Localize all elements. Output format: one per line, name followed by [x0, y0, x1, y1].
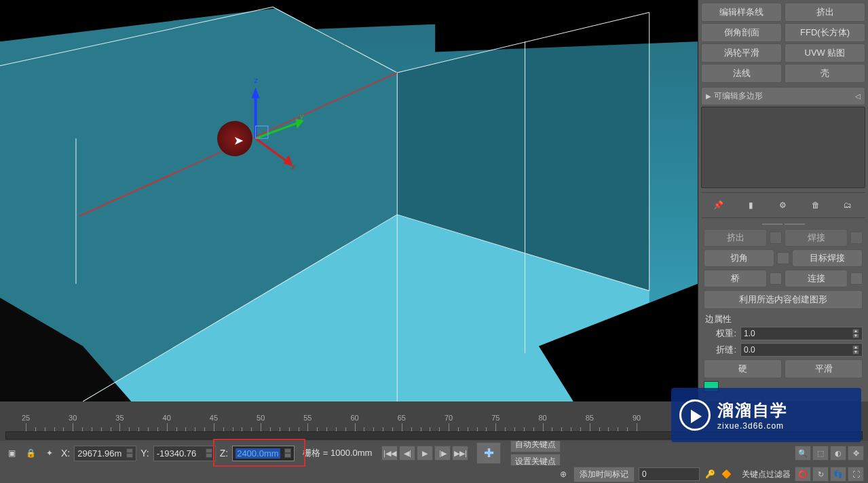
extrude-settings-button[interactable] — [770, 232, 782, 244]
x-coord-input[interactable]: 29671.96m — [74, 446, 136, 461]
pin-stack-icon[interactable]: 📌 — [711, 197, 727, 213]
gizmo-x-label: x — [292, 162, 296, 171]
modifier-stack-item[interactable]: ▶ 可编辑多边形 ◁ — [701, 87, 865, 105]
key-filter-label: 关键点过滤器 — [742, 469, 791, 480]
bridge-button[interactable]: 桥 — [704, 270, 767, 287]
y-label: Y: — [140, 448, 149, 459]
mouse-cursor-icon: ➤ — [233, 133, 244, 148]
y-value: -19340.76 — [157, 448, 197, 459]
timeline-tick-label: 85 — [586, 414, 594, 422]
playback-controls: |◀◀ ◀| ▶ |▶ ▶▶| — [381, 446, 468, 461]
weld-button[interactable]: 焊接 — [785, 229, 848, 247]
gizmo-z-label: z — [254, 76, 259, 84]
watermark-overlay: 溜溜自学 zixue.3d66.com — [671, 388, 861, 442]
grid-label: 栅格 = 1000.0mm — [303, 447, 372, 459]
expand-arrow-icon: ▶ — [706, 92, 711, 100]
bridge-settings-button[interactable] — [770, 272, 782, 285]
status-bar: ▣ 🔒 ✦ X: 29671.96m Y: -19340.76 Z: 2400.… — [0, 441, 868, 465]
timeline-tick-label: 60 — [350, 414, 358, 422]
watermark-title: 溜溜自学 — [717, 399, 788, 421]
frame-value: 0 — [642, 469, 647, 479]
configure-sets-icon[interactable]: 🗂 — [839, 197, 856, 213]
viewport-nav-icons: 🔍 ⬚ ◐ ✥ — [795, 446, 864, 461]
modifier-ffd-box[interactable]: FFD(长方体) — [785, 23, 865, 42]
chamfer-button[interactable]: 切角 — [704, 249, 774, 267]
goto-start-button[interactable]: |◀◀ — [381, 446, 398, 461]
x-value: 29671.96m — [77, 448, 121, 459]
timeline-tick-label: 35 — [115, 414, 124, 422]
stack-current-label: 可编辑多边形 — [714, 90, 763, 102]
timeline-tick-label: 55 — [303, 414, 312, 422]
goto-end-button[interactable]: ▶▶| — [452, 446, 468, 461]
nav-zoom-all-icon[interactable]: ⬚ — [812, 446, 829, 461]
show-end-result-icon[interactable]: ▮ — [742, 197, 759, 213]
timeline-tick-label: 65 — [398, 414, 406, 422]
viewport[interactable]: z y x ➤ — [0, 0, 698, 401]
connect-settings-button[interactable] — [850, 272, 863, 285]
modifier-uvw-map[interactable]: UVW 贴图 — [785, 43, 865, 62]
nav-pan-icon[interactable]: ✥ — [848, 446, 864, 461]
nav-orbit-icon[interactable]: ⭕ — [795, 467, 811, 482]
modifier-normal[interactable]: 法线 — [701, 64, 782, 83]
collapse-arrow-icon: ◁ — [855, 92, 861, 100]
edge-properties-label: 边属性 — [705, 313, 863, 325]
svg-marker-4 — [435, 0, 698, 52]
next-frame-button[interactable]: |▶ — [434, 446, 451, 461]
weight-label: 权重: — [704, 327, 736, 340]
modifier-buttons: 编辑样条线 挤出 倒角剖面 FFD(长方体) 涡轮平滑 UVW 贴图 法线 壳 — [701, 3, 865, 83]
rollout-drag-handle[interactable] — [704, 222, 863, 226]
nav-zoom-icon[interactable]: 🔍 — [795, 446, 811, 461]
modifier-extrude[interactable]: 挤出 — [785, 3, 865, 22]
remove-modifier-icon[interactable]: 🗑 — [808, 197, 824, 213]
play-button[interactable]: ▶ — [417, 446, 433, 461]
modifier-stack-list[interactable] — [701, 107, 865, 188]
timeline-tick-label: 30 — [69, 414, 77, 422]
timeline-tick-label: 50 — [257, 414, 265, 422]
command-panel: 编辑样条线 挤出 倒角剖面 FFD(长方体) 涡轮平滑 UVW 贴图 法线 壳 … — [698, 0, 868, 401]
chamfer-settings-button[interactable] — [777, 252, 789, 264]
tag-add-icon[interactable]: ⊕ — [557, 468, 569, 480]
watermark-url: zixue.3d66.com — [717, 421, 788, 431]
weld-settings-button[interactable] — [850, 232, 863, 244]
make-unique-icon[interactable]: ⚙ — [775, 197, 791, 213]
hard-button[interactable]: 硬 — [704, 359, 782, 378]
weight-spinner[interactable]: 1.0 ▲▼ — [740, 327, 863, 340]
edit-edges-rollout: 挤出 焊接 切角 目标焊接 桥 连接 利用所选内容创建图形 边属性 — [701, 219, 865, 395]
transform-center-icon[interactable]: ✦ — [42, 446, 57, 461]
nav-roll-icon[interactable]: ↻ — [812, 467, 829, 482]
modifier-bevel-profile[interactable]: 倒角剖面 — [701, 23, 782, 42]
nav-fov-icon[interactable]: ◐ — [830, 446, 846, 461]
z-coord-input[interactable]: 2400.0mm — [232, 446, 295, 461]
extrude-button[interactable]: 挤出 — [704, 229, 767, 247]
cursor-highlight: ➤ — [217, 121, 252, 156]
create-shape-button[interactable]: 利用所选内容创建图形 — [704, 290, 863, 309]
nav-max-toggle-icon[interactable]: ⛶ — [848, 467, 864, 482]
gizmo-y-label: y — [300, 112, 304, 120]
lock-icon[interactable]: 🔒 — [23, 446, 38, 461]
timeline-tick-label: 90 — [633, 414, 641, 422]
key-mode-icon[interactable]: 🔑 — [704, 468, 716, 480]
timeline-tick-label: 80 — [538, 414, 546, 422]
z-label: Z: — [220, 448, 228, 459]
modifier-edit-spline[interactable]: 编辑样条线 — [701, 3, 782, 22]
y-coord-input[interactable]: -19340.76 — [153, 446, 216, 461]
crease-value: 0.0 — [744, 345, 755, 355]
modifier-turbosmooth[interactable]: 涡轮平滑 — [701, 43, 782, 62]
timeline-tick-label: 45 — [210, 414, 218, 422]
prev-frame-button[interactable]: ◀| — [399, 446, 415, 461]
timeline-tick-label: 25 — [22, 414, 30, 422]
selection-lock-icon[interactable]: ▣ — [4, 446, 19, 461]
z-value: 2400.0mm — [235, 448, 280, 459]
current-frame-input[interactable]: 0 — [639, 467, 700, 481]
prompt-bar: ⊕ 添加时间标记 0 🔑 🔶 关键点过滤器 ⭕ ↻ 👣 ⛶ — [0, 465, 868, 483]
add-time-tag-button[interactable]: 添加时间标记 — [573, 467, 635, 482]
target-weld-button[interactable]: 目标焊接 — [792, 249, 863, 267]
crease-spinner[interactable]: 0.0 ▲▼ — [740, 343, 863, 357]
modifier-shell[interactable]: 壳 — [785, 64, 865, 83]
connect-button[interactable]: 连接 — [785, 270, 848, 287]
time-config-button[interactable]: ✚ — [476, 442, 501, 464]
key-indicator-icon[interactable]: 🔶 — [720, 468, 732, 480]
nav-walk-icon[interactable]: 👣 — [830, 467, 846, 482]
timeline-tick-label: 40 — [163, 414, 171, 422]
smooth-button[interactable]: 平滑 — [785, 359, 863, 378]
